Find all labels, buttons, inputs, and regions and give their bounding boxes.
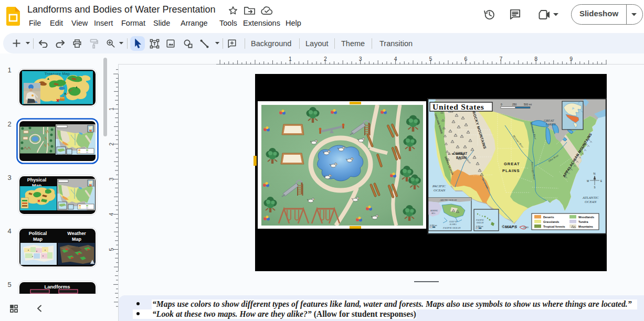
svg-text:250: 250	[512, 103, 517, 106]
svg-text:PACIFIC OCEAN: PACIFIC OCEAN	[442, 227, 461, 229]
svg-text:Political: Political	[29, 231, 47, 236]
svg-text:8: 8	[534, 56, 537, 62]
svg-text:Physical: Physical	[27, 177, 47, 183]
svg-text:6: 6	[464, 56, 467, 62]
svg-text:2: 2	[108, 143, 114, 146]
svg-text:Map: Map	[72, 237, 82, 242]
svg-text:Map: Map	[33, 237, 43, 242]
svg-text:S: S	[594, 186, 596, 189]
svg-text:GREAT: GREAT	[504, 162, 520, 166]
svg-text:7: 7	[499, 56, 502, 62]
svg-text:5: 5	[429, 56, 432, 62]
svg-text:4: 4	[394, 56, 397, 62]
svg-text:OCEAN: OCEAN	[434, 188, 446, 192]
svg-text:LAKES: LAKES	[545, 122, 556, 126]
svg-text:0: 0	[501, 103, 502, 106]
svg-text:GREAT: GREAT	[544, 119, 554, 122]
svg-text:0 200 mi: 0 200 mi	[476, 226, 483, 228]
svg-text:E: E	[600, 180, 602, 183]
svg-text:Mt. Whitney: Mt. Whitney	[452, 153, 464, 155]
svg-text:ARCTIC OCEAN: ARCTIC OCEAN	[439, 199, 457, 201]
svg-text:Deserts: Deserts	[543, 216, 554, 219]
svg-text:ALASKA: ALASKA	[449, 223, 457, 226]
svg-text:Grasslands: Grasslands	[543, 220, 559, 223]
svg-text:PLAINS: PLAINS	[502, 168, 520, 173]
svg-text:Landforms: Landforms	[44, 284, 70, 290]
svg-text:0 200 mi: 0 200 mi	[430, 224, 437, 227]
svg-text:OCEAN: OCEAN	[585, 200, 597, 204]
svg-text:Tundra: Tundra	[578, 220, 588, 223]
svg-text:OCEAN: OCEAN	[477, 221, 483, 224]
svg-text:N: N	[594, 172, 596, 175]
svg-text:5: 5	[108, 248, 114, 251]
svg-text:ATLANTIC: ATLANTIC	[582, 196, 599, 199]
svg-text:.com: .com	[523, 226, 529, 229]
svg-text:3: 3	[108, 178, 114, 181]
svg-text:SEA: SEA	[431, 212, 435, 215]
svg-text:PACIFIC: PACIFIC	[432, 184, 446, 188]
svg-text:Weather: Weather	[67, 231, 86, 236]
svg-text:9: 9	[569, 56, 573, 62]
svg-text:2: 2	[324, 56, 327, 62]
svg-text:©MAPS: ©MAPS	[502, 224, 518, 229]
svg-text:1: 1	[289, 56, 292, 62]
svg-text:Tropical forests: Tropical forests	[543, 225, 565, 228]
svg-text:4: 4	[108, 213, 114, 216]
svg-text:United States: United States	[432, 102, 484, 111]
svg-text:Mountains: Mountains	[578, 225, 593, 228]
svg-text:Woodlands: Woodlands	[578, 216, 594, 219]
svg-text:1: 1	[108, 108, 114, 111]
svg-text:3: 3	[359, 56, 362, 62]
svg-text:GULF OF: GULF OF	[449, 221, 458, 223]
svg-text:500 mi: 500 mi	[524, 103, 532, 106]
